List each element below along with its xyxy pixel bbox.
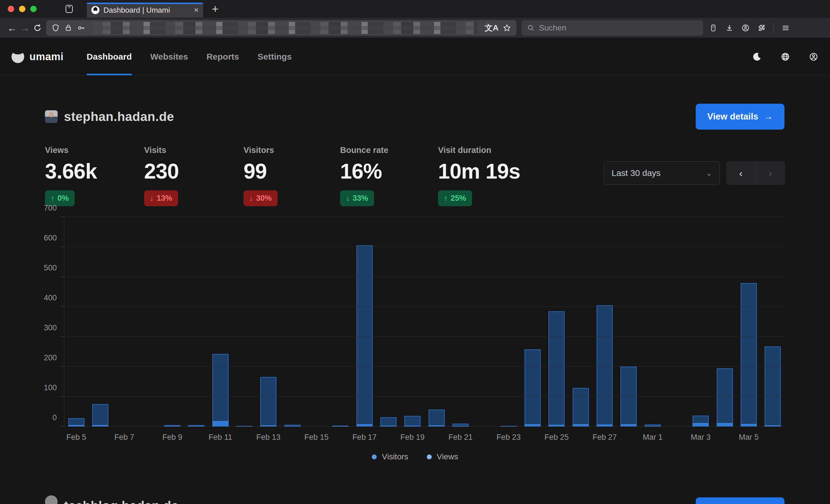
brand-name: umami bbox=[29, 51, 64, 63]
chart-slot-feb-22 bbox=[473, 217, 497, 427]
prev-period-button[interactable]: ‹ bbox=[726, 161, 756, 185]
visitors-bar bbox=[332, 426, 348, 427]
y-tick bbox=[60, 366, 64, 367]
date-range-select[interactable]: Last 30 days ⌄ bbox=[604, 161, 720, 185]
metric-change-badge: ↓33% bbox=[340, 190, 374, 206]
nav-item-reports[interactable]: Reports bbox=[206, 38, 239, 75]
metric-value: 230 bbox=[144, 159, 179, 183]
y-tick bbox=[60, 216, 64, 217]
chart-slot-feb-15 bbox=[304, 217, 328, 427]
extensions-icon[interactable] bbox=[757, 24, 766, 32]
umami-favicon-icon bbox=[91, 6, 99, 14]
arrow-up-icon: ↑ bbox=[51, 194, 55, 203]
gridline-y400 bbox=[64, 306, 785, 307]
zoom-window-button[interactable] bbox=[30, 6, 37, 12]
traffic-chart: 0100200300400500600700Feb 5Feb 7Feb 9Feb… bbox=[64, 217, 785, 427]
views-bar bbox=[428, 409, 445, 427]
visitors-bar bbox=[236, 426, 252, 427]
lock-icon[interactable] bbox=[64, 24, 73, 32]
arrow-up-icon: ↑ bbox=[444, 194, 448, 203]
chart-slot-feb-21 bbox=[448, 217, 472, 427]
chart-slot-mar-2 bbox=[665, 217, 689, 427]
visitors-bar bbox=[404, 426, 420, 427]
theme-toggle-moon-icon[interactable] bbox=[752, 52, 762, 62]
next-website-section: techblog.hadan.de View details → bbox=[45, 495, 785, 504]
brand[interactable]: umami bbox=[11, 51, 64, 63]
key-icon[interactable] bbox=[77, 23, 86, 33]
traffic-lights bbox=[8, 6, 37, 12]
gridline-y100 bbox=[64, 396, 785, 397]
x-axis-label: Feb 21 bbox=[448, 433, 473, 442]
visitors-bar bbox=[693, 423, 709, 427]
url-bar[interactable]: 文A bbox=[46, 20, 516, 36]
visitors-bar bbox=[213, 421, 228, 427]
y-tick bbox=[60, 246, 64, 247]
visitors-bar bbox=[68, 425, 85, 427]
reload-icon[interactable] bbox=[31, 22, 44, 34]
x-axis-label: Feb 19 bbox=[400, 433, 424, 442]
metric-change-badge: ↑25% bbox=[438, 190, 472, 206]
chart-slot-mar-4 bbox=[713, 217, 737, 427]
close-window-button[interactable] bbox=[8, 6, 14, 12]
chart-slot-feb-6 bbox=[88, 217, 112, 427]
chevron-right-icon: › bbox=[769, 168, 772, 179]
umami-logo-icon bbox=[11, 51, 24, 63]
downloads-icon[interactable] bbox=[725, 24, 734, 32]
next-period-button[interactable]: › bbox=[756, 161, 785, 185]
tab-title: Dashboard | Umami bbox=[103, 6, 191, 15]
account-icon[interactable] bbox=[741, 24, 750, 32]
gridline-y500 bbox=[64, 276, 785, 277]
menu-icon[interactable] bbox=[781, 24, 790, 32]
next-view-details-button[interactable]: View details → bbox=[696, 497, 785, 504]
chevron-down-icon: ⌄ bbox=[706, 169, 712, 178]
back-icon[interactable]: ← bbox=[6, 22, 19, 34]
visitors-bar bbox=[92, 425, 108, 427]
search-placeholder: Suchen bbox=[539, 23, 566, 33]
bookmark-star-icon[interactable] bbox=[503, 24, 511, 32]
chart-slot-feb-20 bbox=[424, 217, 448, 427]
nav-item-dashboard[interactable]: Dashboard bbox=[87, 38, 132, 75]
site-header: stephan.hadan.de View details → bbox=[45, 104, 785, 130]
views-bar bbox=[92, 404, 108, 427]
metric-visit-duration: Visit duration10m 19s↑25% bbox=[438, 145, 520, 206]
visitors-bar bbox=[717, 423, 733, 427]
view-details-label: View details bbox=[707, 111, 758, 122]
legend-item-views[interactable]: Views bbox=[427, 452, 458, 461]
metric-label: Visits bbox=[144, 145, 166, 155]
new-tab-button[interactable]: + bbox=[212, 3, 219, 15]
view-details-button[interactable]: View details → bbox=[696, 104, 785, 130]
search-bar[interactable]: Suchen bbox=[522, 20, 703, 36]
nav-item-settings[interactable]: Settings bbox=[258, 38, 292, 75]
views-bar bbox=[765, 346, 781, 427]
firefox-view-icon[interactable] bbox=[64, 4, 74, 14]
sidebar-icon[interactable] bbox=[709, 24, 717, 32]
y-tick bbox=[60, 396, 64, 397]
gridline-y200 bbox=[64, 366, 785, 367]
visitors-bar bbox=[597, 425, 613, 427]
x-axis-label: Feb 13 bbox=[256, 433, 280, 442]
close-tab-icon[interactable]: × bbox=[194, 6, 198, 14]
chart-slot-feb-25 bbox=[545, 217, 569, 427]
gridline-y300 bbox=[64, 336, 785, 337]
translate-icon[interactable]: 文A bbox=[485, 23, 499, 33]
minimize-window-button[interactable] bbox=[19, 6, 25, 12]
arrow-right-icon: → bbox=[764, 111, 773, 122]
metric-change-badge: ↓13% bbox=[144, 190, 178, 206]
profile-icon[interactable] bbox=[809, 52, 819, 62]
x-axis-label: Feb 27 bbox=[593, 433, 617, 442]
site-title[interactable]: stephan.hadan.de bbox=[64, 109, 174, 124]
metric-bounce-rate: Bounce rate16%↓33% bbox=[340, 145, 438, 206]
visitors-bar bbox=[765, 425, 781, 427]
x-axis-label: Feb 25 bbox=[544, 433, 569, 442]
chart-slot-feb-19 bbox=[401, 217, 424, 427]
nav-item-websites[interactable]: Websites bbox=[150, 38, 188, 75]
browser-tab[interactable]: Dashboard | Umami × bbox=[87, 3, 203, 18]
chart-slot-mar-6 bbox=[761, 217, 785, 427]
visitors-bar bbox=[645, 426, 661, 427]
chart-slot-feb-12 bbox=[232, 217, 256, 427]
next-site-title[interactable]: techblog.hadan.de bbox=[64, 495, 179, 504]
legend-item-visitors[interactable]: Visitors bbox=[372, 452, 408, 461]
language-globe-icon[interactable] bbox=[780, 52, 790, 62]
chart-plot bbox=[64, 217, 785, 427]
shield-icon[interactable] bbox=[51, 24, 60, 32]
